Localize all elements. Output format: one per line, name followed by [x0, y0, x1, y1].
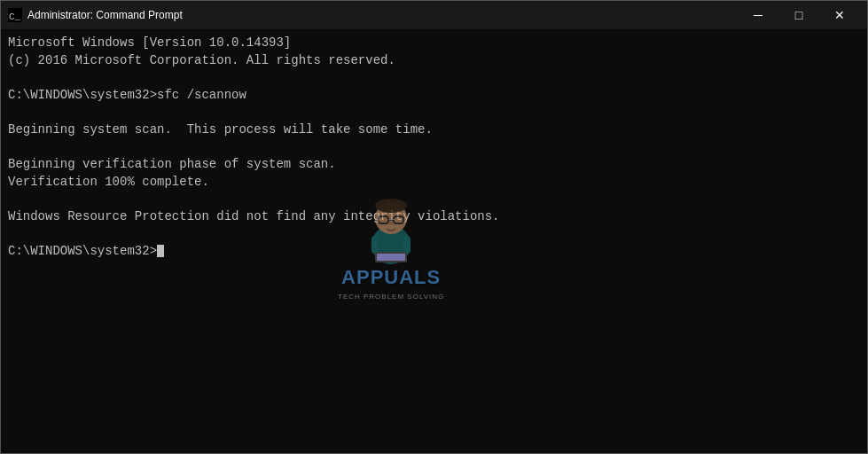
- title-bar-controls: ─ □ ✕: [738, 1, 860, 29]
- console-line: Beginning system scan. This process will…: [8, 121, 860, 139]
- window-title: Administrator: Command Prompt: [27, 9, 738, 21]
- title-bar: C_ Administrator: Command Prompt ─ □ ✕: [1, 1, 867, 29]
- window: C_ Administrator: Command Prompt ─ □ ✕ M…: [0, 0, 868, 454]
- watermark-logo-text: APPUALS: [341, 264, 441, 292]
- console-line: [8, 104, 860, 121]
- svg-text:C_: C_: [9, 12, 21, 22]
- console-line: [8, 226, 860, 244]
- console-body[interactable]: Microsoft Windows [Version 10.0.14393] (…: [1, 29, 867, 453]
- cursor: [157, 245, 164, 257]
- console-line: [8, 139, 860, 157]
- close-button[interactable]: ✕: [819, 1, 860, 29]
- console-line: C:\WINDOWS\system32>: [8, 243, 860, 261]
- watermark-sub-text: TECH PROBLEM SOLVING: [338, 292, 444, 301]
- console-line: (c) 2016 Microsoft Corporation. All righ…: [8, 52, 860, 70]
- console-line: Microsoft Windows [Version 10.0.14393]: [8, 35, 860, 52]
- maximize-button[interactable]: □: [778, 1, 819, 29]
- console-line: Beginning verification phase of system s…: [8, 156, 860, 174]
- window-icon: C_: [8, 8, 22, 22]
- console-line: C:\WINDOWS\system32>sfc /scannow: [8, 87, 860, 105]
- console-line: [8, 69, 860, 87]
- console-line: Windows Resource Protection did not find…: [8, 208, 860, 226]
- console-line: [8, 191, 860, 208]
- console-line: Verification 100% complete.: [8, 174, 860, 192]
- minimize-button[interactable]: ─: [738, 1, 778, 29]
